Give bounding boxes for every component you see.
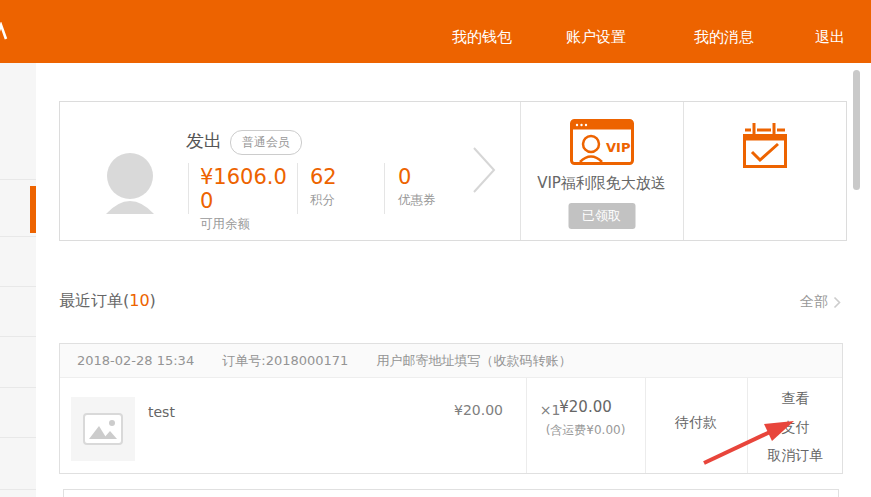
svg-text:VIP: VIP [606, 140, 630, 155]
avatar-icon [104, 152, 156, 214]
sidebar-item-1[interactable] [0, 63, 36, 180]
order-meta-row: 2018-02-28 15:34 订单号:2018000171 用户邮寄地址填写… [60, 344, 842, 378]
action-view-link[interactable]: 查看 [747, 390, 844, 408]
logo-fragment-icon [0, 22, 11, 42]
sidebar-item-3[interactable] [0, 237, 36, 287]
orders-section-title: 最近订单(10) [59, 291, 156, 312]
sidebar-item-4[interactable] [0, 287, 36, 337]
user-summary-card: 发出 普通会员 ¥1606.00 可用余额 62 积分 0 优惠券 [59, 101, 847, 241]
member-level-badge: 普通会员 [230, 130, 302, 155]
balance-value: ¥1606.00 [200, 165, 293, 213]
stat-points[interactable]: 62 积分 [310, 165, 337, 209]
orders-title-suffix: ) [150, 291, 156, 310]
coupons-label: 优惠券 [398, 192, 436, 209]
stat-divider [297, 163, 298, 214]
sidebar [0, 63, 36, 497]
claimed-button[interactable]: 已领取 [568, 203, 635, 229]
nav-item-logout[interactable]: 退出 [815, 28, 845, 47]
order-number: 订单号:2018000171 [222, 353, 348, 368]
order-actions-cell: 查看 支付 取消订单 [747, 378, 844, 465]
stat-coupons[interactable]: 0 优惠券 [398, 165, 436, 209]
order-status-text: 待付款 [645, 414, 747, 432]
nav-item-wallet[interactable]: 我的钱包 [452, 28, 512, 47]
nav-item-settings[interactable]: 账户设置 [566, 28, 626, 47]
top-header: 我的钱包 账户设置 我的消息 退出 [0, 0, 871, 63]
product-name[interactable]: test [148, 404, 175, 420]
view-all-link[interactable]: 全部 [800, 293, 841, 311]
more-chevron-icon[interactable] [471, 145, 497, 195]
vip-promo-section: VIP VIP福利限免大放送 已领取 [520, 102, 683, 240]
balance-label: 可用余额 [200, 216, 293, 233]
action-pay-link[interactable]: 支付 [747, 419, 844, 437]
orders-title-prefix: 最近订单( [59, 291, 129, 310]
order-datetime: 2018-02-28 15:34 [77, 353, 194, 368]
points-value: 62 [310, 165, 337, 189]
sidebar-item-7[interactable] [0, 438, 36, 490]
sidebar-item-2-active[interactable] [0, 180, 36, 237]
shipping-note: (含运费¥0.00) [526, 422, 645, 439]
scrollbar-thumb[interactable] [853, 70, 860, 190]
order-status-cell: 待付款 [645, 378, 747, 432]
order-total-cell: ¥20.00 (含运费¥0.00) [526, 378, 645, 439]
order-body-row: test ¥20.00 ×1 ¥20.00 (含运费¥0.00) 待付款 查看 … [60, 378, 842, 473]
stat-divider [188, 163, 189, 214]
product-thumbnail[interactable] [71, 397, 135, 461]
chevron-right-icon [833, 296, 841, 309]
username: 发出 [186, 129, 222, 153]
stat-balance[interactable]: ¥1606.00 可用余额 [200, 165, 293, 233]
image-placeholder-icon [83, 413, 123, 445]
sidebar-active-indicator [30, 186, 36, 233]
order-address-note: 用户邮寄地址填写（收款码转账） [377, 353, 572, 368]
orders-count: 10 [129, 291, 149, 310]
app-frame: 我的钱包 账户设置 我的消息 退出 发出 普通会员 ¥1606.00 可用余额 … [0, 0, 871, 497]
action-cancel-link[interactable]: 取消订单 [747, 447, 844, 465]
nav-item-messages[interactable]: 我的消息 [694, 28, 754, 47]
sidebar-item-6[interactable] [0, 388, 36, 438]
vip-window-icon: VIP [570, 119, 634, 165]
coupons-value: 0 [398, 165, 436, 189]
product-unit-price: ¥20.00 [406, 402, 503, 418]
view-all-label: 全部 [800, 293, 828, 311]
calendar-check-icon[interactable] [738, 121, 792, 169]
next-order-card-partial [63, 489, 839, 497]
points-label: 积分 [310, 192, 337, 209]
order-total-price: ¥20.00 [526, 398, 645, 416]
stat-divider [384, 163, 385, 214]
sidebar-item-5[interactable] [0, 337, 36, 388]
vip-promo-title: VIP福利限免大放送 [520, 174, 683, 193]
order-card: 2018-02-28 15:34 订单号:2018000171 用户邮寄地址填写… [59, 343, 843, 474]
calendar-section [683, 102, 847, 240]
